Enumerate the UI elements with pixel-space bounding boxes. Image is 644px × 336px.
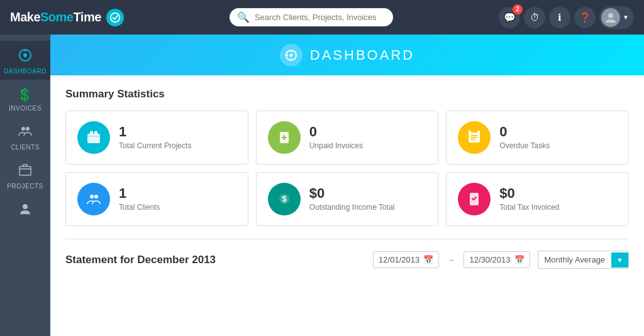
- stat-label-total-tax: Total Tax Invoiced: [499, 202, 559, 213]
- svg-point-3: [23, 53, 27, 57]
- notification-badge: 2: [513, 4, 523, 14]
- timer-button[interactable]: ⏱: [524, 7, 545, 28]
- logo-make: Make: [10, 10, 40, 24]
- stat-value-unpaid-invoices: 0: [309, 124, 363, 140]
- stat-label-overdue-tasks: Overdue Tasks: [499, 141, 550, 151]
- stat-info-overdue-tasks: 0 Overdue Tasks: [499, 124, 550, 151]
- date-to-value: 12/30/2013: [469, 255, 510, 264]
- svg-rect-16: [94, 131, 97, 134]
- svg-point-6: [26, 127, 30, 131]
- stat-info-total-tax: $0 Total Tax Invoiced: [499, 185, 559, 212]
- logo-icon: [106, 9, 124, 26]
- svg-rect-24: [469, 131, 471, 134]
- main-panel: Summary Statistics 1 To: [50, 75, 644, 336]
- avatar: [601, 8, 620, 27]
- avatar-chevron-icon: ▼: [623, 14, 629, 21]
- content-area: DASHBOARD Summary Statistics: [50, 35, 644, 336]
- sidebar-label-dashboard: DASHBOARD: [4, 68, 47, 75]
- stat-label-total-projects: Total Current Projects: [119, 141, 191, 151]
- svg-point-1: [608, 13, 613, 18]
- main-layout: DASHBOARD 💲 INVOICES CLIENTS: [0, 35, 644, 336]
- staff-icon: [18, 202, 32, 219]
- stat-card-total-tax: $0 Total Tax Invoiced: [446, 172, 629, 226]
- dashboard-title: DASHBOARD: [310, 47, 414, 63]
- stat-value-outstanding-income: $0: [309, 185, 395, 202]
- period-dropdown-label: Monthly Average: [538, 251, 612, 268]
- statement-title: Statement for December 2013: [65, 254, 365, 266]
- svg-point-0: [111, 13, 119, 21]
- stat-value-total-clients: 1: [119, 185, 160, 202]
- user-avatar-button[interactable]: ▼: [599, 6, 634, 29]
- calendar-icon-from: 📅: [423, 255, 433, 264]
- search-icon: 🔍: [237, 11, 250, 23]
- dashboard-header-icon: [280, 44, 303, 67]
- date-separator: –: [449, 255, 453, 264]
- stat-card-unpaid-invoices: 0 Unpaid Invoices: [256, 111, 439, 165]
- stat-value-total-tax: $0: [499, 185, 559, 202]
- stat-label-outstanding-income: Outstanding Income Total: [309, 202, 395, 213]
- nav-actions: 💬 2 ⏱ ℹ ❓ ▼: [499, 6, 634, 29]
- svg-point-10: [289, 53, 292, 57]
- dashboard-icon: [18, 48, 32, 65]
- statement-section: Statement for December 2013 12/01/2013 📅…: [65, 239, 629, 269]
- calendar-icon-to: 📅: [514, 255, 525, 264]
- search-input[interactable]: [255, 13, 386, 22]
- svg-point-26: [90, 195, 94, 198]
- stat-card-outstanding-income: $ $0 Outstanding Income Total: [256, 172, 439, 226]
- sidebar-label-clients: CLIENTS: [11, 144, 40, 151]
- clients-icon: [18, 124, 32, 141]
- invoices-icon: 💲: [17, 87, 33, 102]
- svg-point-5: [21, 127, 25, 131]
- stat-value-total-projects: 1: [119, 124, 191, 140]
- date-to-input[interactable]: 12/30/2013 📅: [464, 251, 530, 268]
- sidebar: DASHBOARD 💲 INVOICES CLIENTS: [0, 35, 50, 336]
- stat-icon-overdue-tasks: [458, 121, 491, 154]
- logo[interactable]: MakeSomeTime: [10, 9, 124, 26]
- stat-label-unpaid-invoices: Unpaid Invoices: [309, 141, 363, 151]
- stat-label-total-clients: Total Clients: [119, 202, 160, 213]
- svg-rect-14: [87, 134, 100, 143]
- search-bar[interactable]: 🔍: [230, 8, 393, 26]
- date-from-input[interactable]: 12/01/2013 📅: [373, 251, 439, 268]
- period-dropdown-arrow[interactable]: ▼: [611, 252, 628, 268]
- sidebar-item-projects[interactable]: PROJECTS: [0, 156, 50, 195]
- chat-button[interactable]: 💬 2: [499, 7, 520, 28]
- svg-text:$: $: [282, 194, 287, 203]
- stats-grid: 1 Total Current Projects 0: [65, 111, 629, 226]
- stat-value-overdue-tasks: 0: [499, 124, 550, 140]
- logo-time: Time: [74, 10, 101, 24]
- date-from-value: 12/01/2013: [379, 255, 419, 264]
- sidebar-item-invoices[interactable]: 💲 INVOICES: [0, 80, 50, 117]
- top-navigation: MakeSomeTime 🔍 💬 2 ⏱ ℹ ❓ ▼: [0, 0, 644, 35]
- svg-point-27: [94, 195, 98, 198]
- sidebar-label-projects: PROJECTS: [7, 183, 43, 190]
- logo-some: Some: [40, 10, 73, 24]
- logo-text: MakeSomeTime: [10, 10, 101, 24]
- svg-point-8: [23, 204, 28, 209]
- stat-info-unpaid-invoices: 0 Unpaid Invoices: [309, 124, 363, 151]
- svg-rect-25: [477, 131, 480, 134]
- stat-info-outstanding-income: $0 Outstanding Income Total: [309, 185, 395, 212]
- stat-card-total-projects: 1 Total Current Projects: [65, 111, 248, 165]
- stat-icon-total-tax: [458, 183, 491, 215]
- stat-card-overdue-tasks: 0 Overdue Tasks: [446, 111, 629, 165]
- projects-icon: [18, 163, 32, 180]
- help-button[interactable]: ❓: [574, 7, 596, 28]
- stat-info-total-projects: 1 Total Current Projects: [119, 124, 191, 151]
- svg-rect-7: [19, 166, 31, 175]
- sidebar-item-dashboard[interactable]: DASHBOARD: [0, 41, 50, 80]
- stat-icon-total-projects: [77, 121, 110, 154]
- stat-icon-total-clients: [77, 183, 110, 215]
- info-button[interactable]: ℹ: [549, 7, 570, 28]
- dashboard-header: DASHBOARD: [50, 35, 644, 75]
- sidebar-item-staff[interactable]: [0, 195, 50, 224]
- summary-section-title: Summary Statistics: [65, 88, 629, 100]
- stat-card-total-clients: 1 Total Clients: [65, 172, 248, 226]
- stat-icon-unpaid-invoices: [268, 121, 301, 154]
- sidebar-item-clients[interactable]: CLIENTS: [0, 117, 50, 156]
- stat-info-total-clients: 1 Total Clients: [119, 185, 160, 212]
- svg-rect-15: [90, 131, 93, 134]
- sidebar-label-invoices: INVOICES: [9, 105, 42, 112]
- period-dropdown[interactable]: Monthly Average ▼: [538, 251, 630, 269]
- stat-icon-outstanding-income: $: [268, 183, 301, 215]
